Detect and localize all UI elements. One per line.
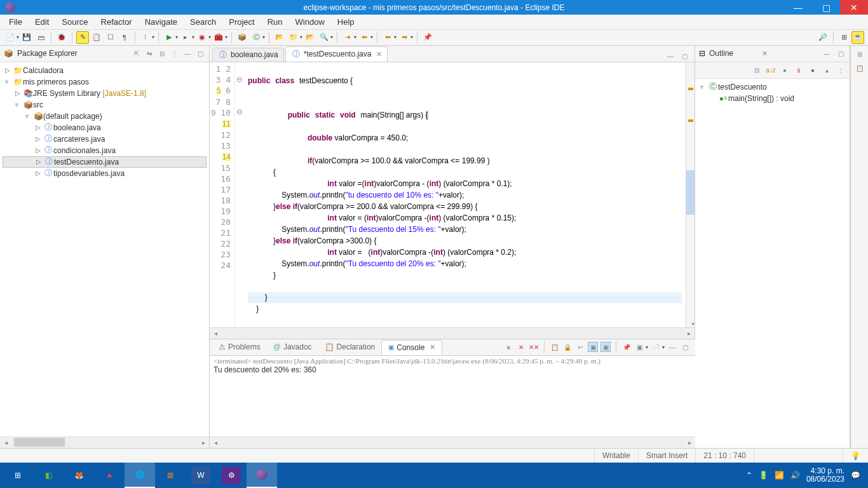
taskbar-eclipse[interactable] bbox=[247, 463, 277, 488]
tasks-button[interactable]: 📋 bbox=[855, 64, 865, 74]
toggle-highlight-button[interactable]: ✎ bbox=[76, 31, 89, 44]
collapse-all-button[interactable]: ⇱ bbox=[132, 48, 142, 58]
tray-wifi-icon[interactable]: 📶 bbox=[775, 471, 784, 480]
taskbar-chrome[interactable]: 🌐 bbox=[125, 463, 155, 488]
hide-static-button[interactable]: s bbox=[794, 65, 804, 75]
dropdown-icon[interactable]: ▾ bbox=[175, 34, 178, 40]
tree-src-folder[interactable]: ▿📦src bbox=[3, 99, 207, 111]
save-all-button[interactable]: 🗃 bbox=[34, 31, 47, 44]
taskbar-xampp[interactable]: ⊠ bbox=[155, 463, 186, 488]
editor-tab-testdescuento[interactable]: Ⓙ*testDescuento.java✕ bbox=[285, 46, 388, 62]
menu-project[interactable]: Project bbox=[222, 15, 261, 29]
dropdown-icon[interactable]: ▾ bbox=[662, 344, 665, 350]
dropdown-icon[interactable]: ▾ bbox=[394, 34, 397, 40]
outline-class[interactable]: ▿ⒸtestDescuento bbox=[698, 81, 847, 93]
back-button[interactable]: ⬅ bbox=[381, 31, 394, 44]
tree-project-calculadora[interactable]: ▷📁Calculadora bbox=[3, 65, 207, 76]
focus-button[interactable]: ⊟ bbox=[157, 48, 167, 58]
menu-window[interactable]: Window bbox=[289, 15, 331, 29]
dropdown-icon[interactable]: ▾ bbox=[330, 34, 333, 40]
taskbar-word[interactable]: W bbox=[191, 466, 210, 484]
display-console-button[interactable]: ▣ bbox=[634, 342, 644, 352]
java-perspective-button[interactable]: ☕ bbox=[851, 31, 864, 44]
code-area[interactable]: public class testDescuento { public stat… bbox=[244, 62, 686, 327]
maximize-editor-button[interactable]: ▢ bbox=[679, 51, 689, 62]
view-menu-button[interactable]: ⋮ bbox=[170, 48, 180, 58]
external-tools-button[interactable]: 🧰 bbox=[212, 31, 225, 44]
tree-file-condicionales[interactable]: ▷Ⓙcondicionales.java bbox=[3, 145, 207, 156]
close-button[interactable]: ✕ bbox=[840, 0, 868, 15]
link-editor-button[interactable]: ⇆ bbox=[144, 48, 154, 58]
minimize-view-button[interactable]: — bbox=[182, 48, 193, 58]
restore-button[interactable]: ⊞ bbox=[855, 50, 865, 60]
open-task-button[interactable]: 📁 bbox=[287, 31, 300, 44]
pin-editor-button[interactable]: 📌 bbox=[421, 31, 434, 44]
remove-launch-button[interactable]: ✕ bbox=[516, 342, 526, 352]
maximize-view-button[interactable]: ▢ bbox=[836, 48, 846, 58]
dropdown-icon[interactable]: ▾ bbox=[262, 34, 265, 40]
tree-project-primeros[interactable]: ▿📁mis primeros pasos bbox=[3, 76, 207, 88]
new-button[interactable]: 📄 bbox=[4, 31, 17, 44]
taskbar-clock[interactable]: 4:30 p. m. 08/06/2023 bbox=[806, 467, 844, 484]
quick-access-button[interactable]: 🔎 bbox=[817, 31, 829, 44]
fold-column[interactable]: ⊖⊖ bbox=[235, 62, 244, 327]
dropdown-icon[interactable]: ▾ bbox=[370, 34, 373, 40]
view-menu-button[interactable]: ⋮ bbox=[836, 65, 846, 75]
terminate-button[interactable]: ■ bbox=[503, 342, 513, 352]
toggle-mark-button[interactable]: 📋 bbox=[90, 31, 103, 44]
new-class-button[interactable]: Ⓒ bbox=[250, 31, 262, 44]
word-wrap-button[interactable]: ↩ bbox=[575, 342, 585, 352]
search-button[interactable]: 🔍 bbox=[318, 31, 330, 44]
editor-scrollbar[interactable]: ◂▸ bbox=[210, 327, 695, 339]
tree-file-booleano[interactable]: ▷Ⓙbooleano.java bbox=[3, 122, 207, 133]
focus-button[interactable]: ⊟ bbox=[752, 65, 762, 75]
maximize-console-button[interactable]: ▢ bbox=[680, 342, 690, 352]
tab-javadoc[interactable]: @Javadoc bbox=[267, 340, 318, 354]
maximize-button[interactable]: ▢ bbox=[812, 0, 840, 15]
outline-tree[interactable]: ▿ⒸtestDescuento ●Smain(String[]) : void bbox=[695, 79, 850, 107]
tray-notifications-icon[interactable]: 💬 bbox=[851, 471, 860, 480]
taskbar-settings[interactable]: ⚙ bbox=[222, 466, 241, 484]
overview-ruler[interactable]: ▾ bbox=[686, 62, 695, 327]
dropdown-icon[interactable]: ▾ bbox=[192, 34, 194, 40]
run-last-button[interactable]: ◉ bbox=[196, 31, 208, 44]
coverage-button[interactable]: ▸ bbox=[179, 31, 192, 44]
minimize-view-button[interactable]: — bbox=[822, 48, 832, 58]
outline-method-main[interactable]: ●Smain(String[]) : void bbox=[698, 93, 847, 104]
open-type-button[interactable]: 📂 bbox=[273, 31, 286, 44]
tree-file-testdescuento[interactable]: ▷ⒿtestDescuento.java bbox=[3, 156, 207, 168]
minimize-editor-button[interactable]: — bbox=[665, 51, 675, 62]
tree-file-carcateres[interactable]: ▷Ⓙcarcateres.java bbox=[3, 133, 207, 145]
dropdown-icon[interactable]: ▾ bbox=[300, 34, 302, 40]
hide-fields-button[interactable]: ● bbox=[780, 65, 790, 75]
tree-jre-library[interactable]: ▷📚JRE System Library [JavaSE-1.8] bbox=[3, 88, 207, 99]
start-button[interactable]: ⊞ bbox=[3, 463, 33, 488]
tray-volume-icon[interactable]: 🔊 bbox=[790, 471, 800, 480]
minimize-button[interactable]: — bbox=[784, 0, 812, 15]
tab-problems[interactable]: ⚠Problems bbox=[212, 340, 267, 354]
save-button[interactable]: 💾 bbox=[20, 31, 33, 44]
tray-battery-icon[interactable]: 🔋 bbox=[759, 471, 768, 480]
menu-run[interactable]: Run bbox=[261, 15, 289, 29]
sort-button[interactable]: a↓z bbox=[766, 65, 776, 75]
run-button[interactable]: ▶ bbox=[163, 31, 175, 44]
pkg-scrollbar[interactable]: ◂▸ bbox=[0, 437, 209, 448]
tab-declaration[interactable]: 📋Declaration bbox=[318, 340, 382, 354]
dropdown-icon[interactable]: ▾ bbox=[646, 344, 648, 350]
dropdown-icon[interactable]: ▾ bbox=[17, 34, 19, 40]
forward-button[interactable]: ➡ bbox=[398, 31, 410, 44]
new-package-button[interactable]: 📦 bbox=[236, 31, 248, 44]
console-scrollbar[interactable]: ◂▸ bbox=[210, 437, 695, 448]
taskbar-app-1[interactable]: ◧ bbox=[33, 463, 64, 488]
toggle-block-button[interactable]: ☐ bbox=[104, 31, 117, 44]
tree-default-package[interactable]: ▿📦(default package) bbox=[3, 111, 207, 122]
menu-search[interactable]: Search bbox=[184, 15, 222, 29]
tray-up-icon[interactable]: ⌃ bbox=[746, 471, 752, 480]
show-standard-out-button[interactable]: ▣ bbox=[588, 342, 598, 352]
clear-console-button[interactable]: 📋 bbox=[550, 342, 560, 352]
close-tab-icon[interactable]: ✕ bbox=[430, 343, 435, 351]
tree-file-tiposdevariables[interactable]: ▷Ⓙtiposdevariables.java bbox=[3, 168, 207, 179]
toggle-whitespace-button[interactable]: ¶ bbox=[118, 31, 131, 44]
editor-tab-booleano[interactable]: Ⓙbooleano.java bbox=[212, 48, 284, 62]
close-tab-icon[interactable]: ✕ bbox=[376, 50, 382, 58]
